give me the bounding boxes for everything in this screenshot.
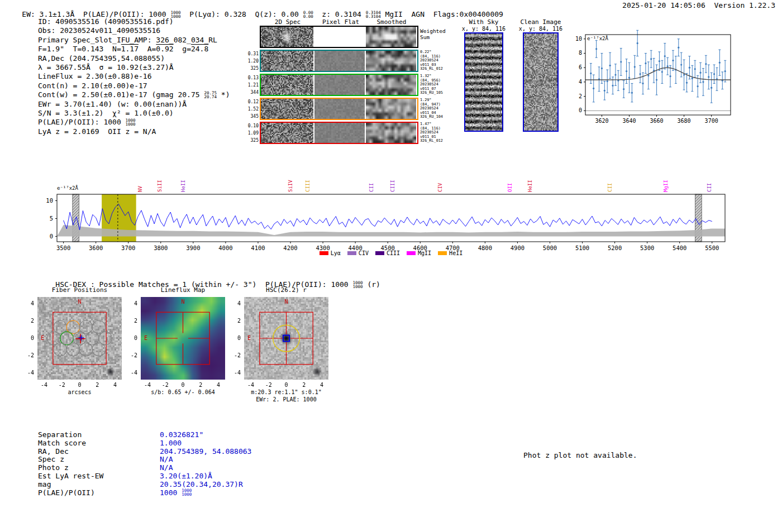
match-table-row: mag20.35(20.34,20.37)R: [38, 480, 251, 488]
pixelflat-image: [314, 51, 365, 71]
tick-label: 4100: [251, 245, 265, 251]
x-tick-label: 0: [278, 382, 295, 388]
lambda-sigma-line: λ = 3667.55Å σ = 10.92(±3.27)Å: [38, 63, 230, 72]
pixelflat-image: [314, 99, 365, 119]
plae-pre: P(LAE)/P(OII): 1000: [38, 118, 126, 126]
hscdex-band: (r): [363, 280, 380, 289]
smoothed-image: [366, 99, 416, 119]
y-tick-label: 2: [22, 318, 34, 324]
fiber-positions-title: Fiber Positions: [37, 286, 122, 294]
2dspec-image: [261, 51, 313, 71]
match-table-label: Separation: [38, 430, 160, 439]
spec2d-row-right-label: 326_RL_012: [420, 67, 465, 71]
withsky-image: [465, 33, 502, 131]
x-tick-label: -4: [139, 382, 156, 388]
match-table-row: Spec zN/A: [38, 455, 251, 463]
east-label: E: [247, 335, 251, 341]
spec2d-row-left-label: 1.20: [245, 57, 259, 65]
tick-label: 5400: [673, 245, 686, 251]
match-table-value: 204.754389, 54.088063: [160, 447, 251, 456]
match-table-value: 1000: [160, 488, 177, 497]
full-spectrum-chart: 3500360037003800390040004100420043004400…: [32, 161, 731, 258]
east-label: E: [144, 335, 147, 341]
tick-label: 3500: [56, 245, 70, 251]
clean-frame: [523, 32, 559, 132]
lineflux-line: LineFlux = 2.30(±0.88)e-16: [38, 72, 230, 81]
detection-info-block: ID: 4090535516 (4090535516.pdf) Obs: 202…: [38, 17, 230, 136]
ion-label: OII: [507, 183, 513, 192]
tick-label: 3800: [154, 245, 168, 251]
axis-units-label: e⁻¹⁷x2Å: [587, 35, 609, 41]
y-tick-label: 0: [228, 335, 241, 341]
plae-fraction: 10001000: [182, 488, 192, 496]
qz-fraction: 0.000.00: [303, 11, 313, 18]
tick-label: 5500: [705, 245, 719, 251]
legend-item: HeII: [438, 250, 462, 256]
match-table-row: Photo zN/A: [38, 463, 251, 472]
tick-label: 10: [575, 36, 582, 42]
photz-note: Phot z plot not available.: [523, 451, 637, 460]
withsky-coords: x, y: 84, 116: [461, 26, 506, 32]
y-tick-label: -2: [125, 352, 137, 358]
ion-label: CII: [369, 183, 374, 192]
match-table-value: 3.20(±1.20)Å: [160, 472, 212, 480]
spec2d-row-left-label: 0.10: [245, 122, 259, 130]
header-line-flags: MgII AGN Flags:0x00400009: [381, 10, 503, 18]
x-tick-label: 2: [192, 382, 209, 388]
clean-coords: x, y: 84, 116: [517, 26, 564, 32]
column-header-pixelflat: Pixel Flat: [316, 18, 366, 26]
weighted-sum-label: Weighted: [420, 28, 465, 34]
radec-line: RA,Dec (204.754395,54.088055): [38, 54, 230, 63]
east-label: E: [41, 335, 44, 341]
spec2d-row-left-label: 0.31: [245, 50, 259, 57]
ion-label: HeII: [527, 180, 533, 192]
tick-label: 3900: [186, 245, 200, 251]
smoothed-image: [366, 75, 416, 95]
legend-swatch: [375, 251, 384, 255]
header-z: z: 0.3104: [313, 10, 366, 18]
2dspec-image: [261, 99, 313, 119]
axis-units-label: e⁻¹⁷x2Å: [57, 185, 79, 191]
match-table-label: RA, Dec: [38, 447, 160, 456]
legend-swatch: [347, 251, 356, 255]
match-table-label: Match score: [38, 439, 160, 447]
spec2d-row-left-label: 0.12: [245, 98, 259, 106]
legend-label: HeII: [449, 250, 462, 256]
tick-label: 3620: [595, 118, 608, 124]
y-tick-label: 4: [228, 300, 241, 306]
2dspec-image: [261, 27, 313, 47]
tick-label: 3660: [650, 118, 664, 124]
match-table-value: 20.35(20.34,20.37)R: [160, 480, 243, 488]
seeing-a: 0.92: [156, 45, 173, 53]
tick-label: 4200: [283, 245, 297, 251]
match-table-label: Photo z: [38, 463, 160, 472]
ion-label: SiIV: [288, 180, 293, 192]
pixelflat-image: [314, 75, 365, 95]
legend-swatch: [407, 251, 416, 255]
spec2d-row-right-label: 326_RL_012: [420, 139, 465, 143]
spec2d-row-left-label: 1.21: [245, 82, 259, 89]
tick-label: 6: [579, 64, 582, 70]
x-tick-label: 4: [107, 382, 123, 388]
legend-item: CIII: [375, 250, 400, 256]
hscdex-heading: HSC-DEX : Possible Matches = 1 (within +…: [38, 271, 380, 299]
fiber-positions-overlay: NE: [37, 297, 122, 380]
lineflux-xlabel: s/b: 0.65 +/- 0.064: [141, 389, 225, 395]
fraction-bottom: 1000: [126, 122, 136, 126]
x-tick-label: 0: [71, 382, 88, 388]
column-header-smoothed: Smoothed: [367, 18, 416, 26]
tick-label: 5000: [543, 245, 557, 251]
x-tick-label: -2: [54, 382, 70, 388]
cont-w-line: Cont(w) = 2.50(±0.01)e-17 (gmag 20.75 20…: [38, 90, 230, 99]
lya-z-line: LyA z = 2.0169 OII z = N/A: [38, 127, 230, 136]
north-label: N: [78, 299, 81, 305]
match-table-label: Spec z: [38, 455, 160, 463]
ion-label: CIII: [390, 180, 395, 192]
fraction-bottom: 20.74: [204, 95, 217, 99]
hsc-xlabel2: EWr: 2. PLAE: 1000: [244, 396, 328, 402]
fraction-bottom: 0.00: [303, 15, 313, 18]
smoothed-image: [366, 27, 416, 47]
tick-label: 4900: [511, 245, 524, 251]
tick-label: 5100: [575, 245, 589, 251]
tick-label: 4: [579, 79, 582, 85]
